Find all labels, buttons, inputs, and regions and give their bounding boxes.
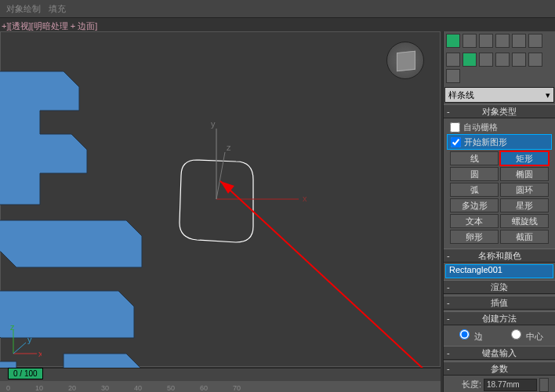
svg-marker-0 <box>0 71 87 205</box>
command-panel: 样条线 对象类型 自动栅格 开始新图形 线 矩形 圆 椭圆 弧 圆环 多边形 星… <box>443 31 555 392</box>
donut-button[interactable]: 圆环 <box>500 183 549 197</box>
mode-label: 对象绘制 <box>6 3 41 15</box>
svg-text:z: z <box>10 325 15 332</box>
motion-tab-icon[interactable] <box>495 34 510 48</box>
svg-line-17 <box>13 343 26 354</box>
rollout-keyboard[interactable]: 键盘输入 <box>444 346 555 360</box>
svg-text:x: x <box>303 194 307 203</box>
svg-text:y: y <box>211 121 216 129</box>
helix-button[interactable]: 螺旋线 <box>500 214 549 228</box>
viewport-label[interactable]: +][透视][明暗处理 + 边面] <box>2 20 97 32</box>
bottom-bar: 0 / 100 010203040506070 <box>0 368 441 392</box>
svg-text:z: z <box>227 143 231 152</box>
start-new-shape-checkbox[interactable]: 开始新图形 <box>447 134 552 150</box>
cameras-icon[interactable] <box>495 53 510 67</box>
spinner-arrows-icon[interactable] <box>539 378 549 392</box>
systems-icon[interactable] <box>446 69 460 83</box>
rectangle-button[interactable]: 矩形 <box>500 151 549 165</box>
section-button[interactable]: 截面 <box>500 230 549 244</box>
star-button[interactable]: 星形 <box>500 198 549 212</box>
circle-button[interactable]: 圆 <box>450 167 499 181</box>
fill-label: 填充 <box>49 3 66 15</box>
viewport[interactable]: x y z x z y <box>0 31 441 367</box>
arc-button[interactable]: 弧 <box>450 183 499 197</box>
object-name-field[interactable]: Rectangle001 <box>445 264 553 278</box>
text-button[interactable]: 文本 <box>450 214 499 228</box>
egg-button[interactable]: 卵形 <box>450 230 499 244</box>
timeline[interactable]: 010203040506070 <box>0 381 441 392</box>
utilities-tab-icon[interactable] <box>528 34 542 48</box>
helpers-icon[interactable] <box>512 53 526 67</box>
center-radio[interactable]: 中心 <box>507 327 543 343</box>
rollout-render[interactable]: 渲染 <box>444 280 555 294</box>
lights-icon[interactable] <box>479 53 493 67</box>
rollout-interp[interactable]: 插值 <box>444 296 555 310</box>
polygon-button[interactable]: 多边形 <box>450 198 499 212</box>
edge-radio[interactable]: 边 <box>455 327 483 343</box>
length-input[interactable]: 18.77mm <box>484 379 537 391</box>
rollout-name-color[interactable]: 名称和颜色 <box>444 249 555 263</box>
modify-tab-icon[interactable] <box>462 34 477 48</box>
display-tab-icon[interactable] <box>512 34 526 48</box>
create-tab-icon[interactable] <box>446 34 460 48</box>
svg-line-9 <box>216 152 225 199</box>
ellipse-button[interactable]: 椭圆 <box>500 167 549 181</box>
rollout-object-type[interactable]: 对象类型 <box>444 104 555 118</box>
svg-text:y: y <box>27 335 32 344</box>
rollout-params[interactable]: 参数 <box>444 361 555 376</box>
category-dropdown[interactable]: 样条线 <box>444 87 554 103</box>
space-warps-icon[interactable] <box>528 53 542 67</box>
geometry-icon[interactable] <box>446 53 460 67</box>
line-button[interactable]: 线 <box>450 151 499 165</box>
hierarchy-tab-icon[interactable] <box>479 34 493 48</box>
viewcube[interactable] <box>386 42 424 79</box>
shapes-icon[interactable] <box>462 53 477 67</box>
rollout-method[interactable]: 创建方法 <box>444 311 555 325</box>
frame-counter[interactable]: 0 / 100 <box>8 368 43 379</box>
auto-grid-checkbox[interactable]: 自动栅格 <box>447 120 552 134</box>
svg-text:x: x <box>38 349 42 358</box>
